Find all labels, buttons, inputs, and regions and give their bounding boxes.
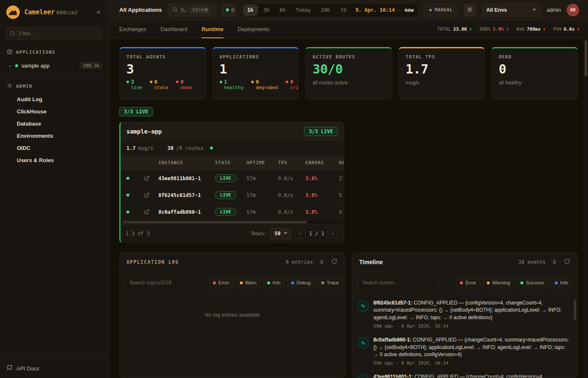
sidebar-item-database[interactable]: Database (0, 118, 109, 130)
status-dot (210, 147, 213, 150)
status-dot (126, 81, 129, 83)
online-status-toggle[interactable]: O (222, 4, 236, 16)
table-row[interactable]: 43ee9811b801-1 LIVE 57m 0.6/s 3.8% 2 (121, 170, 344, 187)
table-footer: 1-3 of 3 Rows: 50 ‹ 1 / 1 › (121, 224, 344, 242)
external-link-icon[interactable] (137, 192, 158, 198)
instance-id: 8c0affadb860-1 (158, 209, 215, 215)
sidebar-item-clickhouse[interactable]: ClickHouse (0, 105, 109, 118)
filter-chip-warn[interactable]: Warn (236, 277, 261, 289)
avatar[interactable]: AD (567, 4, 579, 16)
time-range-6h[interactable]: 6h (275, 5, 289, 16)
time-range-today[interactable]: Today (291, 5, 315, 16)
main-area: All Applications S… Ctrl+K O 1h 3h 6h To… (109, 0, 588, 378)
sidebar-filter-input[interactable] (6, 27, 103, 40)
horizontal-scrollbar[interactable] (121, 220, 344, 224)
search-icon (10, 30, 16, 37)
heap-value: 2 (339, 176, 344, 181)
environment-select[interactable]: All Envs (482, 3, 541, 17)
timeline-event[interactable]: 8f6245c61d57-1: CONFIG_APPLIED — {config… (357, 296, 570, 333)
heap-value: 5 (339, 192, 344, 198)
sidebar-item-oidc[interactable]: OIDC (0, 142, 109, 154)
log-search-input[interactable] (125, 276, 205, 289)
download-button[interactable] (551, 257, 558, 266)
external-link-icon[interactable] (137, 176, 158, 181)
status-dot (291, 281, 294, 284)
breakdown-critical: 0critical (286, 79, 299, 91)
breakdown-healthy: 1healthy (220, 79, 244, 91)
rows-per-page-label: Rows: (252, 231, 267, 236)
refresh-button[interactable] (563, 257, 571, 266)
download-button[interactable] (318, 257, 326, 266)
tab-deployments[interactable]: Deployments (238, 20, 270, 38)
sidebar-item-sample-app[interactable]: › sample app 208.3k (0, 59, 109, 72)
uptime-value: 57m (247, 192, 278, 198)
col-uptime: UPTIME (247, 160, 278, 165)
rows-per-page-select[interactable]: 50 (270, 228, 291, 239)
timeline-search-input[interactable] (357, 276, 438, 289)
status-dot (176, 81, 178, 83)
sidebar-item-environments[interactable]: Environments (0, 130, 109, 142)
timeline-events-count: 38 events (518, 259, 546, 265)
table-row[interactable]: 8f6245c61d57-1 LIVE 57m 0.6/s 3.8% 5 (121, 187, 344, 204)
tab-dashboard[interactable]: Dashboard (160, 20, 187, 38)
tab-runtime[interactable]: Runtime (202, 20, 223, 38)
status-dot (555, 281, 558, 284)
stat-err: ERR% 2.0% ↑ (480, 26, 509, 32)
scrollbar-thumb[interactable] (585, 40, 587, 76)
filter-chip-info[interactable]: Info (551, 277, 572, 289)
event-instance-id: 43ee9811b801-1: (373, 374, 413, 378)
filter-chip-info[interactable]: Info (263, 277, 285, 289)
time-range-24h[interactable]: 24h (317, 5, 334, 16)
timeline-panel: Timeline 38 events Error Warning Success (352, 252, 578, 378)
event-timestamp: 59m ago · 9 Apr 2026, 16:14 (373, 360, 570, 366)
app-routes-suffix: /0 routes (176, 145, 203, 151)
filter-chip-trace[interactable]: Trace (317, 277, 343, 289)
vertical-scrollbar[interactable] (584, 39, 588, 378)
card-value: 1.7 (406, 62, 478, 76)
external-link-icon[interactable] (137, 209, 158, 215)
breakdown-dead: 0dead (176, 79, 192, 91)
app-version: 69dcce2 (56, 10, 78, 16)
refresh-button[interactable] (331, 257, 338, 266)
refresh-mode-dot (429, 9, 432, 11)
date-range-picker[interactable]: 9. Apr. 16:14 — now (355, 7, 414, 13)
refresh-icon (564, 258, 570, 265)
sidebar-collapse-button[interactable]: « (94, 8, 103, 17)
timeline-event[interactable]: 8c0affadb860-1: CONFIG_APPLIED — {change… (357, 333, 570, 370)
tps-value: 0.6/s (278, 176, 305, 181)
api-docs-link[interactable]: API Docs (0, 359, 109, 378)
global-search[interactable]: S… Ctrl+K (168, 4, 216, 16)
card-breakdown: 3live 0stale 0dead (126, 79, 199, 91)
tabbar: Exchanges Dashboard Runtime Deployments … (109, 20, 588, 39)
filter-chip-debug[interactable]: Debug (287, 277, 315, 289)
app-card-title: sample-app (126, 128, 162, 135)
filter-chip-error[interactable]: Error (209, 277, 234, 289)
sidebar-app-label: sample app (21, 63, 50, 69)
tab-exchanges[interactable]: Exchanges (119, 20, 146, 38)
col-errors: ERRORS (305, 160, 339, 165)
time-range-7d[interactable]: 7d (336, 5, 350, 16)
sidebar-item-users-roles[interactable]: Users & Roles (0, 154, 109, 166)
card-subtitle: msg/s (406, 80, 478, 86)
time-range-3h[interactable]: 3h (259, 5, 273, 16)
manual-refresh-button[interactable]: MANUAL (424, 4, 458, 16)
time-range-1h[interactable]: 1h (243, 5, 257, 16)
sidebar-item-audit-log[interactable]: Audit Log (0, 93, 109, 105)
theme-toggle-button[interactable] (464, 4, 476, 16)
status-label: O (231, 7, 234, 13)
filter-chip-success[interactable]: Success (516, 277, 548, 289)
table-row[interactable]: 8c0affadb860-1 LIVE 57m 0.6/s 3.8% 5 (121, 204, 344, 220)
timeline-scrollbar[interactable] (574, 299, 576, 320)
tps-value: 0.6/s (278, 209, 305, 215)
scrollbar-thumb[interactable] (122, 221, 307, 223)
prev-page-button[interactable]: ‹ (295, 228, 306, 239)
timeline-event[interactable]: 43ee9811b801-1: CONFIG_APPLIED — {change… (357, 370, 570, 378)
shortcut-badge: Ctrl+K (190, 6, 210, 13)
filter-chip-warning[interactable]: Warning (483, 277, 514, 289)
instance-id: 8f6245c61d57-1 (158, 192, 215, 198)
filter-chip-error[interactable]: Error (456, 277, 480, 289)
next-page-button[interactable]: › (328, 228, 339, 239)
chevron-right-icon[interactable]: › (8, 63, 12, 69)
card-subtitle: all healthy (499, 80, 571, 86)
status-dot (15, 64, 18, 67)
